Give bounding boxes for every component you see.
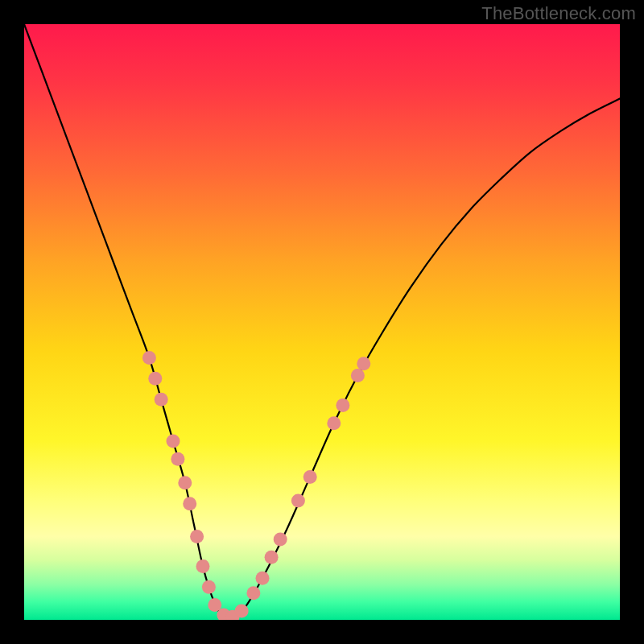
curve-marker (155, 393, 168, 407)
curve-layer (24, 24, 620, 620)
curve-marker (196, 559, 210, 573)
curve-marker (265, 551, 279, 564)
curve-marker (183, 497, 196, 510)
curve-marker (256, 572, 270, 585)
plot-area (24, 24, 620, 620)
curve-marker (327, 416, 341, 430)
curve-marker (148, 372, 162, 386)
chart-root: { "watermark": "TheBottleneck.com", "col… (0, 0, 644, 644)
curve-markers (142, 351, 370, 620)
curve-marker (171, 452, 184, 466)
curve-marker (291, 494, 305, 508)
curve-marker (235, 604, 249, 617)
curve-marker (167, 435, 180, 448)
curve-marker (202, 580, 216, 594)
curve-marker (274, 533, 287, 547)
curve-marker (303, 470, 317, 484)
bottleneck-curve (24, 24, 620, 617)
curve-marker (351, 369, 365, 382)
watermark-text: TheBottleneck.com (481, 3, 636, 24)
curve-marker (190, 530, 204, 543)
curve-marker (178, 476, 192, 489)
curve-marker (142, 351, 156, 365)
curve-marker (246, 586, 260, 600)
curve-marker (336, 398, 349, 412)
curve-marker (357, 357, 370, 370)
